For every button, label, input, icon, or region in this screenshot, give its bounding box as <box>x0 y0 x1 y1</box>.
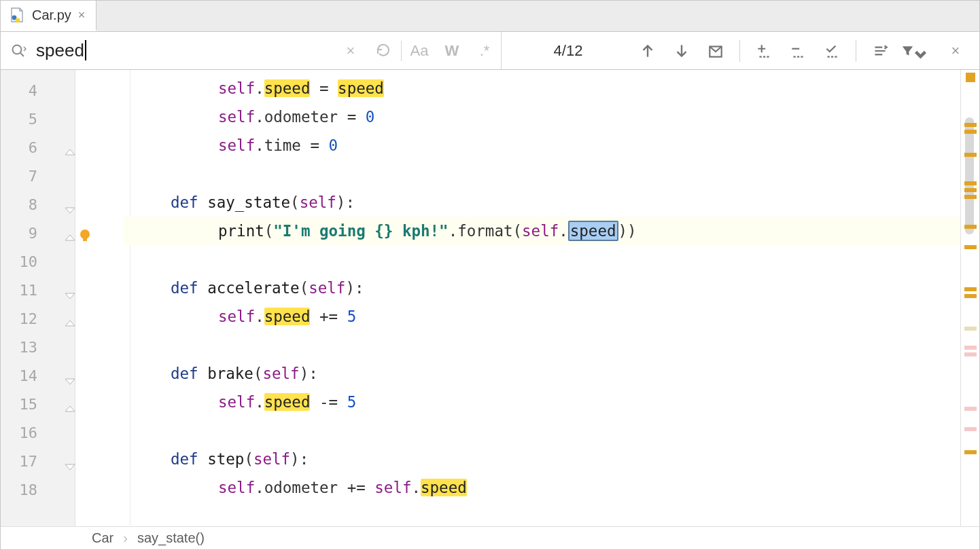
stripe-marker[interactable] <box>964 294 977 298</box>
stripe-marker[interactable] <box>964 188 977 192</box>
clear-search-button[interactable]: × <box>334 42 367 60</box>
code-line[interactable]: self.odometer = 0 <box>123 103 960 131</box>
line-number: 10 <box>1 248 41 276</box>
line-number: 13 <box>1 333 41 362</box>
svg-point-4 <box>80 230 90 239</box>
code-line[interactable] <box>123 160 960 188</box>
fold-strip <box>75 70 92 526</box>
scrollbar-thumb[interactable] <box>965 117 974 234</box>
stripe-marker[interactable] <box>966 73 975 82</box>
stripe-marker[interactable] <box>964 123 977 127</box>
stripe-marker[interactable] <box>964 407 977 411</box>
stripe-marker[interactable] <box>964 130 977 134</box>
prev-match-button[interactable] <box>633 37 662 65</box>
line-number: 6 <box>1 134 41 162</box>
breadcrumb[interactable]: Car › say_state() <box>1 526 979 549</box>
line-number: 5 <box>1 105 41 134</box>
python-file-icon <box>10 7 25 23</box>
regex-toggle[interactable]: .* <box>468 42 501 60</box>
search-match: speed <box>264 79 311 97</box>
editor-tab[interactable]: Car.py × <box>1 1 97 31</box>
stripe-marker[interactable] <box>964 153 977 157</box>
line-number: 16 <box>1 419 41 447</box>
line-number: 7 <box>1 162 41 191</box>
code-line[interactable]: def say_state(self): <box>123 188 960 217</box>
stripe-marker[interactable] <box>964 181 977 185</box>
match-case-toggle[interactable]: Aa <box>403 42 436 60</box>
code-line[interactable] <box>123 416 960 445</box>
search-input-area: speed × Aa W .* <box>1 32 502 69</box>
search-icon[interactable] <box>10 43 27 59</box>
stripe-marker[interactable] <box>964 352 977 356</box>
code-line[interactable]: self.speed = speed <box>123 74 960 103</box>
chevron-right-icon: › <box>123 530 128 546</box>
line-number: 4 <box>1 77 41 105</box>
line-number: 17 <box>1 447 41 476</box>
tab-filename: Car.py <box>32 7 71 23</box>
close-icon[interactable]: × <box>78 8 86 22</box>
intent-strip <box>92 70 123 526</box>
stripe-marker[interactable] <box>964 450 977 454</box>
svg-point-2 <box>13 45 22 54</box>
search-match: speed <box>568 221 618 241</box>
search-bar: speed × Aa W .* 4/12 × <box>1 32 979 70</box>
search-match: speed <box>264 308 311 325</box>
code-line[interactable]: self.speed -= 5 <box>123 388 960 416</box>
stripe-marker[interactable] <box>964 327 977 331</box>
code-line[interactable]: def brake(self): <box>123 359 960 388</box>
breadcrumb-method[interactable]: say_state() <box>137 530 205 546</box>
search-query-text: speed <box>36 40 84 60</box>
line-number: 15 <box>1 390 41 419</box>
line-number-gutter: 456789101112131415161718 <box>1 70 75 526</box>
svg-rect-5 <box>83 238 87 241</box>
select-all-button[interactable] <box>701 37 730 65</box>
next-match-button[interactable] <box>667 37 696 65</box>
line-number: 18 <box>1 476 41 505</box>
search-history-button[interactable] <box>367 43 400 59</box>
search-match: speed <box>421 479 467 496</box>
code-line[interactable]: print("I'm going {} kph!".format(self.sp… <box>123 217 960 245</box>
code-editor[interactable]: 456789101112131415161718 self.speed = sp… <box>1 70 979 526</box>
line-number: 14 <box>1 362 41 390</box>
stripe-marker[interactable] <box>964 427 977 431</box>
filter-button[interactable] <box>900 37 928 65</box>
marker-strip[interactable] <box>960 70 979 526</box>
breadcrumb-class[interactable]: Car <box>92 530 113 546</box>
line-number: 8 <box>1 191 41 219</box>
line-number: 11 <box>1 276 41 305</box>
code-line[interactable]: self.speed += 5 <box>123 302 960 331</box>
stripe-marker[interactable] <box>964 245 977 249</box>
code-line[interactable] <box>123 245 960 274</box>
stripe-marker[interactable] <box>964 195 977 199</box>
line-number: 12 <box>1 305 41 333</box>
code-line[interactable]: self.time = 0 <box>123 131 960 160</box>
svg-point-1 <box>16 18 20 23</box>
tab-bar: Car.py × <box>1 1 979 32</box>
stripe-marker[interactable] <box>964 346 977 350</box>
code-line[interactable]: self.odometer += self.speed <box>123 473 960 502</box>
code-line[interactable]: def step(self): <box>123 445 960 473</box>
search-input[interactable]: speed <box>35 37 326 64</box>
code-area[interactable]: self.speed = speedself.odometer = 0self.… <box>123 70 960 526</box>
add-selection-button[interactable] <box>750 37 778 65</box>
line-number: 9 <box>1 219 41 248</box>
remove-selection-button[interactable] <box>784 37 812 65</box>
search-match: speed <box>264 393 311 411</box>
stripe-marker[interactable] <box>964 287 977 291</box>
select-occurrences-button[interactable] <box>818 37 846 65</box>
match-counter: 4/12 <box>541 42 595 60</box>
whole-words-toggle[interactable]: W <box>436 42 468 60</box>
intention-bulb-icon[interactable] <box>77 223 92 252</box>
search-match: speed <box>338 79 384 97</box>
close-search-button[interactable]: × <box>944 42 967 60</box>
code-line[interactable]: def accelerate(self): <box>123 274 960 302</box>
toggle-multiline-button[interactable] <box>866 37 894 65</box>
stripe-marker[interactable] <box>964 225 977 229</box>
search-toolbar: 4/12 × <box>502 32 979 69</box>
code-line[interactable] <box>123 331 960 359</box>
